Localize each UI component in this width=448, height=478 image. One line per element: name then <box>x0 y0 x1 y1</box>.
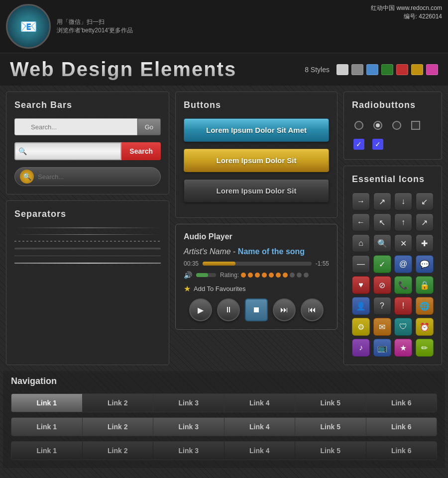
progress-fill <box>203 262 235 266</box>
style-swatch-3[interactable] <box>366 64 378 75</box>
icon-clock[interactable]: ⏰ <box>416 318 434 336</box>
icon-no[interactable]: ⊘ <box>373 276 391 294</box>
icon-gear[interactable]: ⚙ <box>352 318 370 336</box>
icon-lock[interactable]: 🔒 <box>416 276 434 294</box>
icon-tv[interactable]: 📺 <box>373 339 391 357</box>
nav-bar1-link4[interactable]: Link 4 <box>224 394 296 412</box>
separator-3 <box>14 241 161 242</box>
nav-bar1-link6[interactable]: Link 6 <box>366 394 437 412</box>
nav-bar2-link4[interactable]: Link 4 <box>224 418 296 436</box>
volume-bar[interactable] <box>196 273 216 277</box>
button-style1[interactable]: Lorem Ipsum Dolor Sit Amet <box>184 118 329 142</box>
icons-grid: → ↗ ↓ ↙ ← ↖ ↑ ↗ ⌂ 🔍 ✕ ✚ — ✓ @ 💬 ♥ <box>352 192 434 357</box>
icon-question[interactable]: ? <box>373 297 391 315</box>
icon-star[interactable]: ★ <box>394 339 412 357</box>
icon-arrow-upright[interactable]: ↗ <box>373 192 391 210</box>
icon-arrow-downleft[interactable]: ↙ <box>416 192 434 210</box>
rating-dot-1 <box>241 273 246 278</box>
button-style3[interactable]: Lorem Ipsum Dolor Sit <box>184 179 329 202</box>
nav-bar2-link2[interactable]: Link 2 <box>83 418 154 436</box>
nav-bar2-link6[interactable]: Link 6 <box>366 418 437 436</box>
icon-phone[interactable]: 📞 <box>394 276 412 294</box>
nav-bar1-link2[interactable]: Link 2 <box>83 394 154 412</box>
nav-bar3-link5[interactable]: Link 5 <box>295 442 366 460</box>
style-swatch-7[interactable] <box>426 64 438 75</box>
search-wrapper-1: 🔍 <box>14 118 137 135</box>
nav-bar3-link3[interactable]: Link 3 <box>153 442 224 460</box>
icon-exclaim[interactable]: ! <box>394 297 412 315</box>
icon-globe[interactable]: 🌐 <box>416 297 434 315</box>
go-button[interactable]: Go <box>137 118 161 135</box>
search-input-3[interactable] <box>38 173 155 181</box>
right-column: Radiobuttons ✓ <box>340 89 445 368</box>
icon-at[interactable]: @ <box>394 255 412 273</box>
navigation-section: Navigation Link 1 Link 2 Link 3 Link 4 L… <box>3 371 445 468</box>
header-right: 红动中国 www.redocn.com 编号: 4226014 <box>371 4 442 21</box>
style-swatch-6[interactable] <box>411 64 423 75</box>
favourites-label: Add To Favourites <box>194 285 246 292</box>
nav-bar1-link3[interactable]: Link 3 <box>153 394 224 412</box>
icon-minus[interactable]: — <box>352 255 370 273</box>
controls-row: ▶ ⏸ ⏹ ⏭ ⏮ <box>184 298 329 321</box>
radio-item-5[interactable]: ✓ <box>352 137 366 151</box>
volume-fill <box>196 273 208 277</box>
nav-bar2-link3[interactable]: Link 3 <box>153 418 224 436</box>
search-input-2[interactable] <box>14 142 121 160</box>
icon-add[interactable]: ✚ <box>416 234 434 252</box>
logo: 📧 <box>6 4 51 49</box>
rating-dot-9 <box>297 273 302 278</box>
icon-search[interactable]: 🔍 <box>373 234 391 252</box>
icon-check[interactable]: ✓ <box>373 255 391 273</box>
nav-bar2-link5[interactable]: Link 5 <box>295 418 366 436</box>
pause-button[interactable]: ⏸ <box>217 298 240 321</box>
icon-mail[interactable]: ✉ <box>373 318 391 336</box>
search-button[interactable]: Search <box>121 142 161 160</box>
radio-item-1[interactable] <box>352 118 366 132</box>
style-swatch-1[interactable] <box>336 64 348 75</box>
button-style2[interactable]: Lorem Ipsum Dolor Sit <box>184 149 329 172</box>
icon-shield[interactable]: 🛡 <box>394 318 412 336</box>
icon-arrow-right[interactable]: → <box>352 192 370 210</box>
icon-chat[interactable]: 💬 <box>416 255 434 273</box>
icon-heart[interactable]: ♥ <box>352 276 370 294</box>
style-swatch-5[interactable] <box>396 64 408 75</box>
icon-home[interactable]: ⌂ <box>352 234 370 252</box>
search-input-1[interactable] <box>14 118 137 135</box>
favourites-row[interactable]: ★ Add To Favourites <box>184 284 329 293</box>
skip-back-button[interactable]: ⏮ <box>301 298 324 321</box>
search-icon-3: 🔍 <box>20 170 34 184</box>
icon-arrow-up[interactable]: ↑ <box>394 213 412 231</box>
nav-bar3-link2[interactable]: Link 2 <box>83 442 154 460</box>
styles-label: 8 Styles <box>305 66 330 74</box>
nav-bar1-link5[interactable]: Link 5 <box>295 394 366 412</box>
icon-pencil[interactable]: ✏ <box>416 339 434 357</box>
radio-buttons-title: Radiobuttons <box>352 100 434 110</box>
nav-bar3-link6[interactable]: Link 6 <box>366 442 437 460</box>
search-icon-2: 🔍 <box>18 147 27 155</box>
stop-button[interactable]: ⏹ <box>245 298 268 321</box>
progress-bar[interactable] <box>203 262 312 266</box>
radio-item-4[interactable] <box>409 118 423 132</box>
nav-bar2-link1[interactable]: Link 1 <box>11 418 83 436</box>
rating-dot-7 <box>283 273 288 278</box>
icon-arrow-left[interactable]: ← <box>352 213 370 231</box>
radio-item-6[interactable]: ✓ <box>371 137 385 151</box>
icon-close[interactable]: ✕ <box>394 234 412 252</box>
icon-user[interactable]: 👤 <box>352 297 370 315</box>
nav-bar3-link4[interactable]: Link 4 <box>224 442 296 460</box>
icon-music[interactable]: ♪ <box>352 339 370 357</box>
nav-bar-3: Link 1 Link 2 Link 3 Link 4 Link 5 Link … <box>11 441 437 460</box>
nav-bar1-link1[interactable]: Link 1 <box>11 394 83 412</box>
icon-arrow-ne[interactable]: ↗ <box>416 213 434 231</box>
play-button[interactable]: ▶ <box>189 298 212 321</box>
search-bar-1: 🔍 Go <box>14 118 161 135</box>
audio-player-panel: Audio Player Artist's Name - Name of the… <box>175 224 337 330</box>
style-swatch-4[interactable] <box>381 64 393 75</box>
radio-item-3[interactable] <box>390 118 404 132</box>
style-swatch-2[interactable] <box>351 64 363 75</box>
radio-item-2[interactable] <box>371 118 385 132</box>
icon-arrow-down[interactable]: ↓ <box>394 192 412 210</box>
skip-forward-button[interactable]: ⏭ <box>273 298 296 321</box>
icon-arrow-upleft[interactable]: ↖ <box>373 213 391 231</box>
nav-bar3-link1[interactable]: Link 1 <box>11 442 83 460</box>
